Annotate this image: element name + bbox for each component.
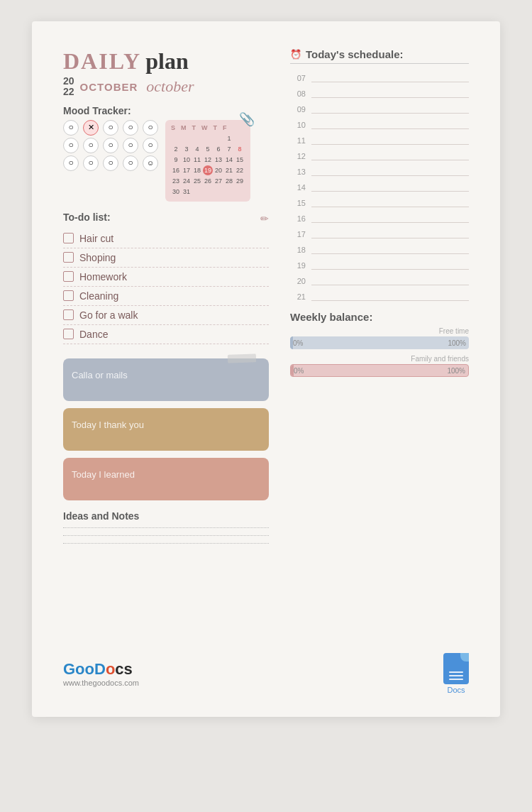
free-time-pct-right: 100% — [448, 339, 466, 347]
logo-o: o — [106, 660, 115, 678]
mood-radio-5[interactable]: ○ — [143, 120, 158, 136]
mood-label: Mood Tracker: — [63, 105, 269, 116]
mood-radio-9[interactable]: ○ — [123, 138, 138, 153]
mood-radio-8[interactable]: ○ — [103, 138, 118, 153]
family-pct-right: 100% — [447, 367, 465, 375]
hour-09: 09 — [290, 105, 306, 115]
schedule-line-21[interactable] — [311, 287, 469, 301]
schedule-line-08[interactable] — [311, 84, 469, 98]
hour-18: 18 — [290, 246, 306, 256]
schedule-title: Today's scheduale: — [306, 48, 404, 60]
family-bg: 0% 100% — [290, 364, 469, 377]
schedule-line-18[interactable] — [311, 240, 469, 254]
month-italic: october — [146, 77, 194, 96]
family-label: Family and friends — [290, 355, 469, 363]
calls-text: Calla or mails — [72, 370, 128, 380]
clock-icon: ⏰ — [290, 49, 301, 60]
checkbox-2[interactable] — [63, 252, 74, 263]
calendar-mini: SMTWTF 1 2345678 9101112131415 — [165, 120, 250, 202]
schedule-line-07[interactable] — [311, 68, 469, 82]
todo-item-4[interactable]: Cleaning — [63, 287, 269, 306]
hour-08: 08 — [290, 89, 306, 99]
schedule-line-09[interactable] — [311, 99, 469, 114]
mood-row-1: ○ ✕ ○ ○ ○ — [63, 120, 158, 136]
hour-07: 07 — [290, 74, 306, 84]
family-pct-left: 0% — [294, 367, 304, 375]
mood-radio-6[interactable]: ○ — [63, 138, 79, 153]
ideas-section: Ideas and Notes — [63, 510, 269, 551]
todo-item-5[interactable]: Go for a walk — [63, 306, 269, 325]
free-time-bar: Free time 0% 100% — [290, 327, 469, 349]
docs-icon-group: Docs — [443, 653, 469, 694]
title-plan: plan — [145, 48, 188, 75]
calls-box: Calla or mails — [63, 358, 269, 401]
schedule-line-15[interactable] — [311, 193, 469, 207]
tape-strip — [228, 353, 256, 363]
docs-line-1 — [449, 671, 463, 673]
schedule-row-17: 17 — [290, 224, 469, 240]
todo-text-1: Hair cut — [79, 233, 113, 244]
todo-item-1[interactable]: Hair cut — [63, 229, 269, 248]
mood-row-3: ○ ○ ○ ○ ☺ — [63, 155, 158, 171]
schedule-row-07: 07 — [290, 68, 469, 84]
mood-radio-12[interactable]: ○ — [83, 155, 99, 171]
mood-radio-14[interactable]: ○ — [123, 155, 138, 171]
schedule-line-13[interactable] — [311, 162, 469, 176]
checkbox-1[interactable] — [63, 233, 74, 243]
family-fill: 0% — [291, 365, 294, 376]
mood-radio-3[interactable]: ○ — [103, 120, 118, 136]
hour-15: 15 — [290, 199, 306, 209]
schedule-line-20[interactable] — [311, 271, 469, 285]
docs-line-3 — [449, 679, 463, 680]
title-row: DAILY plan — [63, 48, 269, 75]
mood-radio-7[interactable]: ○ — [83, 138, 99, 153]
mood-radio-10[interactable]: ○ — [143, 138, 158, 153]
todo-text-6: Dance — [79, 329, 108, 340]
todo-item-6[interactable]: Dance — [63, 325, 269, 344]
family-bar: Family and friends 0% 100% — [290, 355, 469, 377]
schedule-line-10[interactable] — [311, 115, 469, 129]
schedule-row-14: 14 — [290, 177, 469, 193]
schedule-line-12[interactable] — [311, 146, 469, 160]
schedule-line-14[interactable] — [311, 177, 469, 192]
dot-line-2 — [63, 535, 269, 536]
mood-row: ○ ✕ ○ ○ ○ ○ ○ ○ ○ ○ — [63, 120, 269, 202]
schedule-line-19[interactable] — [311, 256, 469, 270]
checkbox-4[interactable] — [63, 290, 74, 301]
year-top: 20 — [63, 76, 74, 87]
schedule-row-09: 09 — [290, 99, 469, 115]
checkbox-5[interactable] — [63, 309, 74, 320]
todo-label: To-do list: — [63, 212, 111, 223]
todo-item-3[interactable]: Homework — [63, 268, 269, 287]
schedule-line-11[interactable] — [311, 131, 469, 145]
checkbox-3[interactable] — [63, 271, 74, 282]
edit-icon[interactable]: ✏ — [260, 213, 269, 225]
free-time-fill: 0% — [290, 336, 293, 349]
schedule-line-16[interactable] — [311, 209, 469, 223]
free-time-pct-left: 0% — [293, 339, 303, 347]
hour-13: 13 — [290, 168, 306, 177]
year-bottom: 22 — [63, 87, 74, 97]
todo-header: To-do list: ✏ — [63, 212, 269, 226]
schedule-row-08: 08 — [290, 84, 469, 99]
hour-17: 17 — [290, 230, 306, 240]
mood-radio-4[interactable]: ○ — [123, 120, 138, 136]
mood-radio-2[interactable]: ✕ — [83, 120, 99, 136]
mood-radio-13[interactable]: ○ — [103, 155, 118, 171]
footer-left: GooDocs www.thegoodocs.com — [63, 660, 139, 687]
hour-14: 14 — [290, 183, 306, 193]
checkbox-6[interactable] — [63, 329, 74, 339]
title-daily: DAILY — [63, 48, 141, 75]
schedule-row-18: 18 — [290, 240, 469, 256]
thank-you-box: Today I thank you — [63, 408, 269, 451]
schedule-line-17[interactable] — [311, 224, 469, 238]
mood-radio-11[interactable]: ○ — [63, 155, 79, 171]
todo-item-2[interactable]: Shoping — [63, 248, 269, 268]
docs-icon — [443, 653, 469, 684]
docs-label: Docs — [447, 686, 465, 694]
mood-radio-15[interactable]: ☺ — [143, 155, 158, 171]
mood-radio-1[interactable]: ○ — [63, 120, 79, 136]
schedule-row-11: 11 — [290, 131, 469, 146]
month-upper: OCTOBER — [80, 81, 138, 93]
learned-box: Today I learned — [63, 458, 269, 500]
